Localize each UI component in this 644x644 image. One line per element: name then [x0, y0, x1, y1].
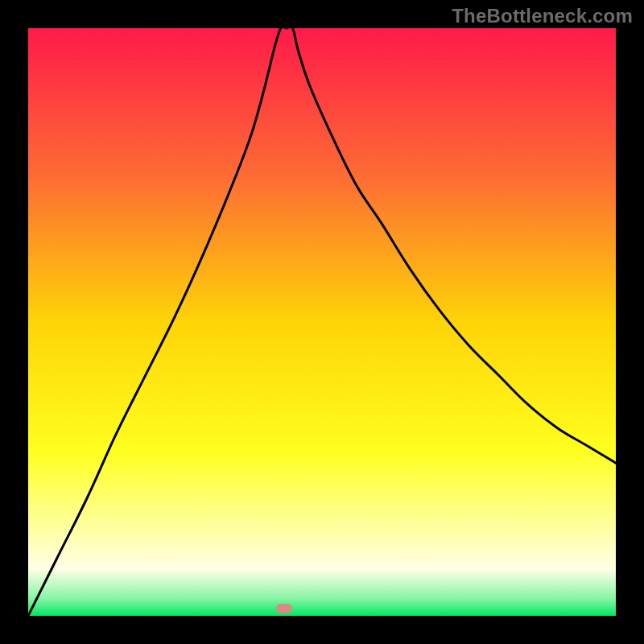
chart-frame: TheBottleneck.com [0, 0, 644, 644]
plot-area [28, 28, 616, 616]
min-marker [276, 604, 292, 613]
watermark-text: TheBottleneck.com [452, 5, 633, 27]
plot-svg [28, 28, 616, 616]
